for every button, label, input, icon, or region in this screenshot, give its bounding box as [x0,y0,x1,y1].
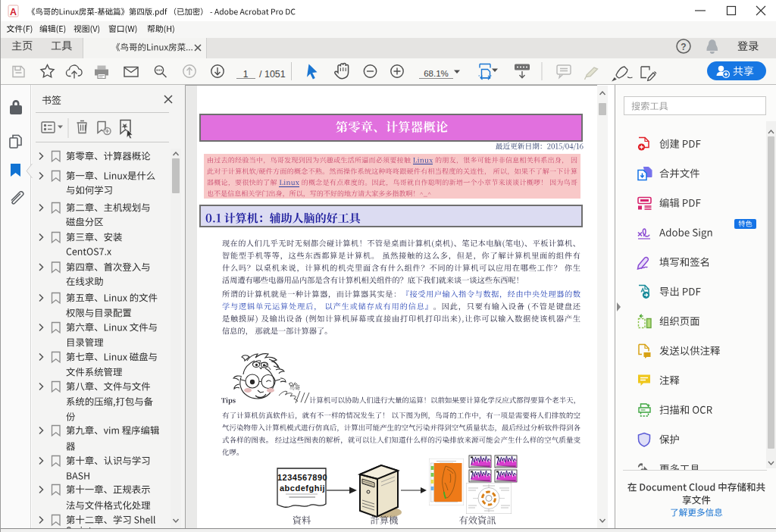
svg-text:?: ? [681,42,686,52]
svg-text:A: A [10,7,17,17]
